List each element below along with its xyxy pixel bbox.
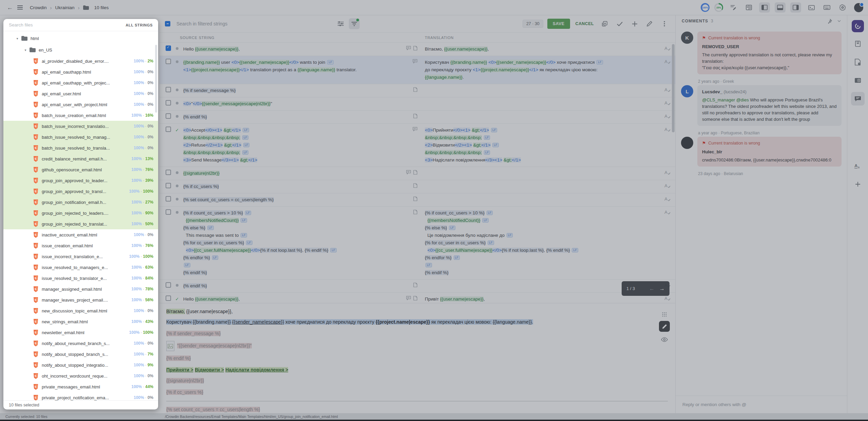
translation-cell[interactable]: Користувач {{branding.name}} <0>{{sender…	[421, 56, 675, 84]
context-doc-icon[interactable]	[413, 87, 417, 92]
file-row[interactable]: 5issue_creation_email.html100%·76%	[3, 240, 158, 251]
comment-reply-input[interactable]: Reply or mention others with @	[676, 396, 847, 413]
source-cell[interactable]: {% set count_cc_users = cc_users|length …	[159, 193, 421, 206]
file-panel-scrollbar[interactable]	[155, 45, 157, 113]
file-row[interactable]: 5api_email_user.html100%·0%	[3, 88, 158, 99]
file-row[interactable]: 5manager_assigned_email.html100%·78%	[3, 284, 158, 294]
source-text[interactable]: {% if sender_message %}	[183, 87, 406, 94]
source-text[interactable]: Hello {{user.name|escape}},	[183, 295, 406, 303]
back-button[interactable]: ←	[5, 2, 15, 13]
source-text[interactable]: {% endif %}	[183, 113, 406, 121]
comment-indicator-icon[interactable]	[413, 59, 417, 63]
file-row[interactable]: 5inactive_account_email.html100%·0%	[3, 229, 158, 240]
file-row[interactable]: 5private_project_notification_ema...100%…	[3, 392, 158, 400]
source-text[interactable]: {{signature|nl2br}}	[183, 170, 406, 177]
preview-edit-button[interactable]	[659, 321, 670, 332]
breadcrumb-files[interactable]: 10 files	[94, 5, 109, 10]
file-row[interactable]: 5newsletter_email.html100%·100%	[3, 327, 158, 338]
file-row[interactable]: 5new_strings_email.html100%·43%	[3, 316, 158, 327]
file-row[interactable]: 5group_join_notification_email.h...100%·…	[3, 197, 158, 208]
approve-translation-icon[interactable]: A	[664, 100, 671, 106]
preview-line[interactable]: Користувач {{branding.name}} {{sender_na…	[166, 319, 668, 325]
source-cell[interactable]: {% if count_cc_users > 10 %} LF {{member…	[159, 207, 421, 279]
preview-line[interactable]: {% endif %}	[166, 355, 668, 362]
keyboard-shortcuts-icon[interactable]	[822, 2, 832, 13]
breadcrumb-language[interactable]: Ukrainian	[55, 5, 75, 10]
file-row[interactable]: 5group_join_rejected_to_leaders....100%·…	[3, 208, 158, 218]
string-row[interactable]: <0>"</0>{{sender_message|escape|nl2br}}"…	[159, 97, 675, 111]
translation-cell[interactable]: <0>Прийняти</0><1> &gt;</1> LF&nbsp;&nbs…	[421, 124, 675, 167]
select-all-checkbox[interactable]	[165, 21, 170, 26]
glossary-book-icon[interactable]	[851, 37, 865, 51]
source-text[interactable]: <0>"</0>{{sender_message|escape|nl2br}}"	[183, 100, 406, 108]
copy-source-icon[interactable]	[599, 18, 610, 29]
source-cell[interactable]: ✓Hello {{user.name|escape}},	[159, 293, 421, 303]
preview-line[interactable]: {{signature|nl2br}}	[166, 377, 668, 384]
approve-translation-icon[interactable]: A	[664, 296, 671, 301]
context-doc-icon[interactable]	[413, 46, 417, 51]
file-row[interactable]: 5ai_provider_disabled_due_error....100%·…	[3, 56, 158, 66]
string-row[interactable]: ✓Hello {{user.name|escape}},Привіт {{use…	[159, 293, 675, 303]
preview-line[interactable]: {% if sender_message %}	[166, 330, 668, 337]
file-context-icon[interactable]	[851, 55, 865, 69]
source-cell[interactable]: {% endif %}	[159, 111, 421, 123]
file-row[interactable]: 5issue_incorrect_translation_e...100%·10…	[3, 251, 158, 262]
translated-progress-ring[interactable]: 35%	[714, 3, 723, 12]
approve-translation-icon[interactable]: A	[664, 196, 671, 202]
collapse-panel-icon[interactable]	[837, 20, 841, 22]
file-row[interactable]: 5github_opensource_email.html100%·76%	[3, 164, 158, 175]
string-checkbox[interactable]	[166, 183, 171, 188]
drag-handle-icon[interactable]	[662, 312, 667, 317]
string-row[interactable]: {% if sender_message %}A	[159, 84, 675, 97]
translation-cell[interactable]: {% if count_cc_users > 10 %} LF {{member…	[421, 207, 675, 279]
source-cell[interactable]: {% if cc_users %}	[159, 180, 421, 193]
file-row[interactable]: 5batch_issue_incorrect_translatio...100%…	[3, 121, 158, 132]
string-checkbox[interactable]	[166, 170, 171, 175]
save-button[interactable]: SAVE	[547, 19, 570, 29]
settings-gear-icon[interactable]	[837, 2, 848, 13]
file-row[interactable]: 5new_discussion_topic_email.html100%·0%	[3, 305, 158, 316]
mention[interactable]: @CLS_manager	[702, 97, 735, 102]
preview-eye-icon[interactable]	[660, 336, 669, 343]
string-checkbox[interactable]	[166, 100, 171, 106]
file-row[interactable]: 5group_join_rejected_to_translat...100%·…	[3, 218, 158, 229]
approve-translation-icon[interactable]: A	[664, 183, 671, 188]
string-checkbox[interactable]	[166, 282, 171, 288]
preview-link[interactable]: Надіслати повідомлення >	[225, 367, 288, 372]
context-doc-icon[interactable]	[413, 296, 417, 301]
ai-assistant-logo-icon[interactable]	[852, 20, 864, 32]
approve-translation-icon[interactable]: A	[664, 114, 671, 119]
comment-indicator-icon[interactable]	[406, 296, 411, 301]
translation-text[interactable]: Вітаємо, {{user.name|escape}},	[425, 45, 660, 53]
file-row[interactable]: 5issue_resolved_to_translator_e...100%·8…	[3, 273, 158, 284]
file-row[interactable]: 5notify_about_resumed_branch_s...100%·0%	[3, 338, 158, 349]
context-doc-icon[interactable]	[413, 283, 417, 287]
pin-icon[interactable]	[827, 19, 832, 24]
translation-cell[interactable]: A	[421, 180, 675, 193]
file-row[interactable]: 5batch_issue_resolved_to_manag...100%·0%	[3, 132, 158, 142]
string-checkbox[interactable]	[166, 295, 171, 301]
translation-cell[interactable]: Вітаємо, {{user.name|escape}},A	[421, 43, 675, 56]
string-row[interactable]: {{branding.name}} user <0>{{sender_name|…	[159, 56, 675, 84]
string-checkbox[interactable]	[166, 196, 171, 202]
source-text[interactable]: {% if cc_users %}	[183, 183, 406, 190]
source-text[interactable]: {% if count_cc_users > 10 %} LF {{member…	[183, 209, 406, 276]
context-doc-icon[interactable]	[413, 210, 417, 214]
user-avatar[interactable]	[854, 3, 863, 12]
strings-search-input[interactable]	[176, 21, 261, 26]
display-settings-icon[interactable]	[335, 18, 346, 29]
file-row[interactable]: 5batch_issue_resolved_to_transla...100%·…	[3, 142, 158, 153]
preview-link[interactable]: Відмовити >	[195, 367, 224, 372]
left-panel-toggle[interactable]	[759, 2, 770, 13]
approve-translation-icon[interactable]: A	[664, 87, 671, 92]
string-checkbox[interactable]	[166, 45, 171, 51]
translation-cell[interactable]: A	[421, 84, 675, 97]
string-edit-icon[interactable]	[728, 2, 739, 13]
menu-icon[interactable]	[15, 2, 25, 13]
context-doc-icon[interactable]	[413, 183, 417, 188]
side-by-side-view-icon[interactable]	[743, 2, 754, 13]
console-icon[interactable]	[806, 2, 817, 13]
source-cell[interactable]: Hello {{user.name|escape}},	[159, 43, 421, 56]
string-checkbox[interactable]	[166, 127, 171, 132]
file-row[interactable]: 5api_email_user_with_project.html100%·0%	[3, 99, 158, 110]
